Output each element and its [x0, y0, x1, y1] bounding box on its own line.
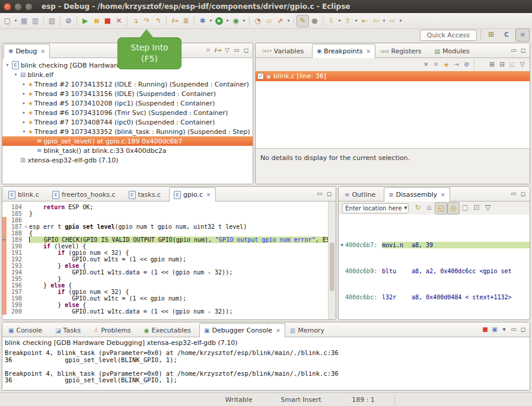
- elf-node[interactable]: ▾ ▤ blink.elf: [2, 70, 253, 79]
- show-breakpoints-for-button[interactable]: ◈: [441, 60, 451, 70]
- profile-dropdown[interactable]: ▾: [241, 15, 247, 27]
- fold-marker-icon[interactable]: ⊖: [23, 223, 29, 230]
- code-line[interactable]: 194 GPIO.out1_w1ts.data = (1 << (gpio_nu…: [2, 269, 336, 276]
- back-button[interactable]: ⇦: [370, 15, 381, 27]
- annotations-button[interactable]: ●: [309, 15, 320, 27]
- code-line[interactable]: 187 ⊖ esp_err_t gpio_set_level(gpio_num_…: [2, 223, 336, 230]
- previous-annotation-dropdown[interactable]: ▾: [353, 15, 359, 27]
- close-icon[interactable]: ✕: [367, 49, 371, 55]
- code-line[interactable]: → 189 GPIO_CHECK(GPIO_IS_VALID_OUTPUT_GP…: [2, 236, 336, 243]
- fold-marker-icon[interactable]: [23, 295, 29, 302]
- scrollbar-thumb[interactable]: [330, 242, 335, 291]
- refresh-button[interactable]: ↻: [412, 202, 423, 213]
- fold-marker-icon[interactable]: [23, 250, 29, 256]
- forward-dropdown[interactable]: ▾: [398, 15, 403, 27]
- tab-breakpoints[interactable]: ◉ Breakpoints ✕: [312, 44, 375, 58]
- previous-annotation-button[interactable]: ⇧: [342, 15, 353, 27]
- tree-expander-icon[interactable]: ▸: [21, 120, 27, 124]
- run-dropdown[interactable]: ▾: [225, 15, 230, 27]
- forward-button[interactable]: ⇨: [387, 15, 398, 27]
- suspend-button[interactable]: ▮▮: [91, 15, 102, 27]
- view-menu-button[interactable]: ▽: [482, 202, 493, 213]
- disassembly-line[interactable]: 400dc6bc: l32ra8, 0x400d0484 <_stext+113…: [339, 294, 530, 300]
- disassembly-line[interactable]: 400dc6b9: bltua8, a2, 0x400dc6cc <gpio_s…: [339, 268, 530, 274]
- link-with-debug-button[interactable]: ◱: [507, 60, 517, 70]
- open-new-view-button[interactable]: ▢: [460, 202, 471, 213]
- tab-tasks[interactable]: ◪ Tasks: [50, 324, 89, 337]
- debug-dropdown[interactable]: ▾: [208, 15, 214, 27]
- tree-expander-icon[interactable]: ▸: [21, 101, 27, 106]
- tab-debugger-console[interactable]: ▣ Debugger Console ✕: [199, 323, 285, 337]
- insert-mode-status[interactable]: Smart Insert: [270, 396, 332, 404]
- minimize-view-button[interactable]: ▭: [509, 189, 518, 199]
- link-with-debug-button[interactable]: ◱: [435, 202, 447, 215]
- view-menu-button[interactable]: ▽: [517, 60, 527, 70]
- code-line[interactable]: 188 {: [2, 230, 336, 236]
- open-resource-button[interactable]: ▱: [263, 15, 275, 27]
- fold-marker-icon[interactable]: [23, 230, 29, 236]
- maximize-view-button[interactable]: ◻: [324, 189, 334, 199]
- instruction-stepping-mode-button[interactable]: i→: [213, 46, 222, 55]
- tree-expander-icon[interactable]: ▸: [21, 110, 27, 115]
- minimize-view-button[interactable]: ▭: [315, 189, 324, 199]
- tab-executables[interactable]: ◉ Executables: [139, 324, 199, 337]
- code-line[interactable]: 191 if (gpio_num < 32) {: [2, 250, 336, 256]
- run-button[interactable]: ▶: [214, 15, 225, 27]
- stack-frame-gpio-set-level[interactable]: ≡ gpio_set_level() at gpio.c:189 0x400dc…: [2, 136, 253, 146]
- next-annotation-button[interactable]: ⇩: [326, 15, 337, 27]
- code-line[interactable]: 190 if (level) {: [2, 243, 336, 250]
- sync-selection-button[interactable]: ◎: [447, 202, 460, 215]
- fold-marker-icon[interactable]: [23, 289, 29, 295]
- remove-all-terminated-button[interactable]: ✕: [203, 46, 213, 55]
- fold-marker-icon[interactable]: [23, 204, 29, 210]
- tab-problems[interactable]: ⚠ Problems: [89, 324, 139, 337]
- stack-frame-blink-task[interactable]: ≡ blink_task() at blink.c:33 0x400dbc2a: [2, 146, 253, 155]
- code-line[interactable]: 186: [2, 217, 336, 223]
- window-minimize-button[interactable]: [14, 3, 22, 11]
- instruction-stepping-button[interactable]: i→: [169, 15, 180, 27]
- code-line[interactable]: 197 if (gpio_num < 32) {: [2, 289, 336, 295]
- code-line[interactable]: 184 return ESP_OK;: [2, 204, 336, 210]
- code-line[interactable]: 195 }: [2, 276, 336, 282]
- tab-debug[interactable]: ✱ Debug ✕: [4, 44, 50, 58]
- console-output[interactable]: blink checking [GDB Hardware Debugging] …: [2, 337, 530, 391]
- tab-blink-c[interactable]: c blink.c: [4, 188, 47, 201]
- tab-variables[interactable]: (x)= Variables: [257, 44, 312, 57]
- code-line[interactable]: 196 } else {: [2, 282, 336, 289]
- view-menu-button[interactable]: ▽: [222, 46, 232, 55]
- step-over-button[interactable]: ↷: [141, 15, 152, 27]
- chevron-down-icon[interactable]: ▼: [402, 206, 409, 210]
- disconnect-button[interactable]: ✕: [113, 15, 125, 27]
- terminate-button[interactable]: ■: [102, 15, 113, 27]
- tab-freertos-hooks-c[interactable]: c freertos_hooks.c: [47, 188, 124, 201]
- fold-marker-icon[interactable]: [23, 256, 29, 263]
- thread-2-node[interactable]: ▸ ◈ Thread #2 1073413512 (IDLE : Running…: [2, 79, 253, 89]
- search-button[interactable]: ⇗: [275, 15, 286, 27]
- remove-all-breakpoints-button[interactable]: ✕: [431, 60, 441, 70]
- disassembly-line[interactable]: ◆ 400dc6b7: movi.na8, 39: [339, 242, 530, 248]
- debug-perspective-button[interactable]: ✳: [515, 28, 530, 41]
- last-edit-location-button[interactable]: ⇤: [359, 15, 370, 27]
- disassembly-listing[interactable]: ◆ 400dc6b7: movi.na8, 39 400dc6b9: bltua…: [339, 215, 530, 320]
- new-dropdown[interactable]: ▾: [13, 15, 18, 27]
- minimize-view-button[interactable]: ▭: [509, 325, 518, 334]
- next-annotation-dropdown[interactable]: ▾: [337, 15, 342, 27]
- go-to-file-button[interactable]: ⇥: [451, 60, 461, 70]
- thread-3-node[interactable]: ▸ ◈ Thread #3 1073413156 (IDLE) (Suspend…: [2, 89, 253, 98]
- fold-marker-icon[interactable]: [23, 282, 29, 289]
- fold-marker-icon[interactable]: [23, 269, 29, 276]
- step-return-button[interactable]: ↰: [152, 15, 164, 27]
- open-element-button[interactable]: ◔: [252, 15, 263, 27]
- maximize-view-button[interactable]: ◻: [518, 325, 528, 334]
- tree-expander-icon[interactable]: ▾: [13, 72, 18, 77]
- editor-scrollbar[interactable]: [328, 202, 336, 320]
- quick-access-button[interactable]: Quick Access: [420, 30, 477, 41]
- new-button[interactable]: ▢: [2, 15, 13, 27]
- window-maximize-button[interactable]: [25, 3, 33, 11]
- thread-5-node[interactable]: ▸ ◈ Thread #5 1073410208 (ipc1) (Suspend…: [2, 98, 253, 108]
- gdb-node[interactable]: ▥ xtensa-esp32-elf-gdb (7.10): [2, 155, 253, 165]
- breakpoint-checkbox[interactable]: ✓: [257, 73, 264, 79]
- window-close-button[interactable]: [4, 3, 11, 11]
- code-line[interactable]: 199 } else {: [2, 302, 336, 308]
- close-icon[interactable]: ✕: [276, 328, 281, 334]
